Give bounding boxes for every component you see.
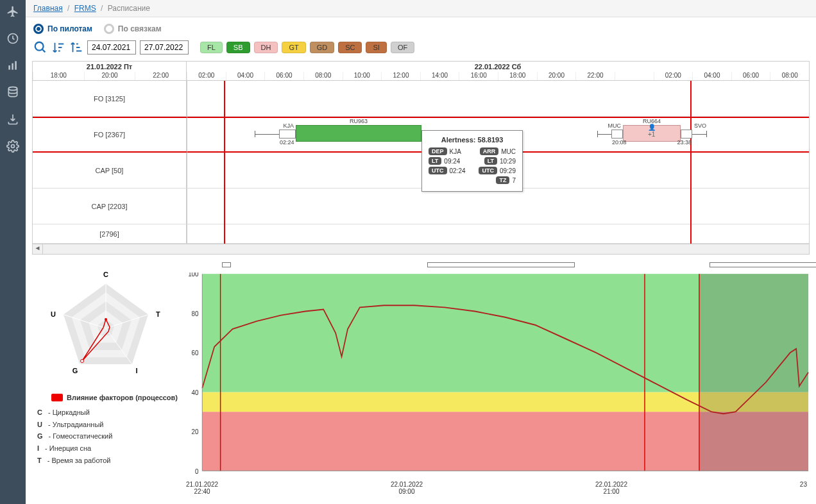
svg-point-5 [12, 145, 15, 148]
gantt-row-label: [2796] [33, 224, 187, 243]
badge-fl[interactable]: FL [200, 42, 223, 53]
svg-rect-3 [15, 61, 17, 69]
gantt-row-label: FO [2367] [33, 118, 187, 151]
gantt-row[interactable]: CAP [2203] [33, 189, 809, 224]
breadcrumb-frms[interactable]: FRMS [74, 4, 96, 13]
gantt-scrollbar[interactable]: ◄ [33, 244, 809, 254]
gantt-row-label: CAP [50] [33, 153, 187, 188]
svg-point-19 [81, 360, 84, 363]
gantt-day1-label: 21.01.2022 Пт [33, 62, 186, 72]
svg-point-6 [35, 42, 44, 51]
svg-point-18 [105, 318, 107, 321]
radio-pilots[interactable]: По пилотам [33, 24, 92, 34]
svg-text:I: I [135, 367, 137, 374]
badge-of[interactable]: OF [391, 42, 414, 53]
badge-gt[interactable]: GT [282, 42, 305, 53]
svg-rect-1 [8, 65, 10, 70]
gantt-row-label: CAP [2203] [33, 189, 187, 224]
alertness-chart-panel: 020406080100 21.01.202222:4022.01.202209… [183, 261, 810, 495]
badge-gd[interactable]: GD [310, 42, 335, 53]
tooltip-title: Alertness: 58.8193 [429, 136, 516, 144]
search-icon[interactable] [33, 40, 47, 55]
chart-icon[interactable] [6, 59, 19, 72]
badge-si[interactable]: SI [366, 42, 386, 53]
radio-links[interactable]: По связкам [104, 24, 162, 34]
gantt-row[interactable]: [2796] [33, 224, 809, 244]
date-to-input[interactable] [140, 40, 189, 55]
svg-text:0: 0 [195, 467, 199, 475]
alertness-linechart: 020406080100 [183, 273, 810, 478]
marker-2 [427, 262, 575, 267]
database-icon[interactable] [6, 86, 19, 99]
legend-list: C - Циркадный U - Ультрадианный G - Гоме… [37, 407, 180, 466]
badge-sb[interactable]: SB [226, 42, 250, 53]
gantt-day2-label: 22.01.2022 Сб [187, 62, 809, 72]
breadcrumb-current: Расписание [108, 4, 150, 13]
radar-panel: C T I G U Влияние факторов (процессов) C… [32, 261, 180, 495]
svg-text:60: 60 [192, 349, 199, 357]
sort-asc-icon[interactable] [51, 40, 65, 55]
svg-text:20: 20 [192, 428, 199, 435]
date-from-input[interactable] [87, 40, 136, 55]
badge-sc[interactable]: SC [338, 42, 362, 53]
legend-color [51, 394, 63, 401]
svg-line-7 [42, 49, 46, 53]
clock-icon[interactable] [6, 32, 19, 45]
flight-tooltip: Alertness: 58.8193 DEPKJA ARRMUC LT09:24… [421, 130, 523, 192]
badge-dh[interactable]: DH [254, 42, 278, 53]
svg-text:80: 80 [192, 310, 199, 317]
gantt-row[interactable]: FO [2367]KJA02:24RU963RU664👤+1MUC20:08SV… [33, 117, 809, 153]
radar-chart: C T I G U [32, 261, 180, 389]
svg-point-4 [8, 87, 17, 90]
svg-text:G: G [72, 367, 78, 374]
sort-desc-icon[interactable] [69, 40, 83, 55]
breadcrumb: Главная / FRMS / Расписание [26, 0, 816, 17]
svg-text:T: T [156, 310, 160, 318]
svg-text:U: U [51, 310, 56, 318]
marker-1 [222, 262, 231, 267]
svg-rect-2 [12, 63, 13, 70]
svg-rect-28 [699, 274, 808, 471]
breadcrumb-home[interactable]: Главная [33, 4, 63, 13]
marker-3 [710, 262, 816, 267]
sidebar [0, 0, 26, 504]
legend-title: Влияние факторов (процессов) [67, 394, 178, 401]
gantt-chart: 21.01.2022 Пт 18:0020:0022:00 22.01.2022… [32, 61, 810, 255]
svg-text:100: 100 [188, 273, 199, 278]
svg-text:C: C [103, 271, 108, 278]
gantt-row[interactable]: FO [3125] [33, 81, 809, 117]
svg-text:40: 40 [192, 389, 199, 396]
download-icon[interactable] [6, 113, 19, 126]
airplane-icon[interactable] [6, 5, 19, 18]
gear-icon[interactable] [6, 140, 19, 153]
gantt-row[interactable]: CAP [50] [33, 153, 809, 189]
gantt-row-label: FO [3125] [33, 81, 187, 116]
